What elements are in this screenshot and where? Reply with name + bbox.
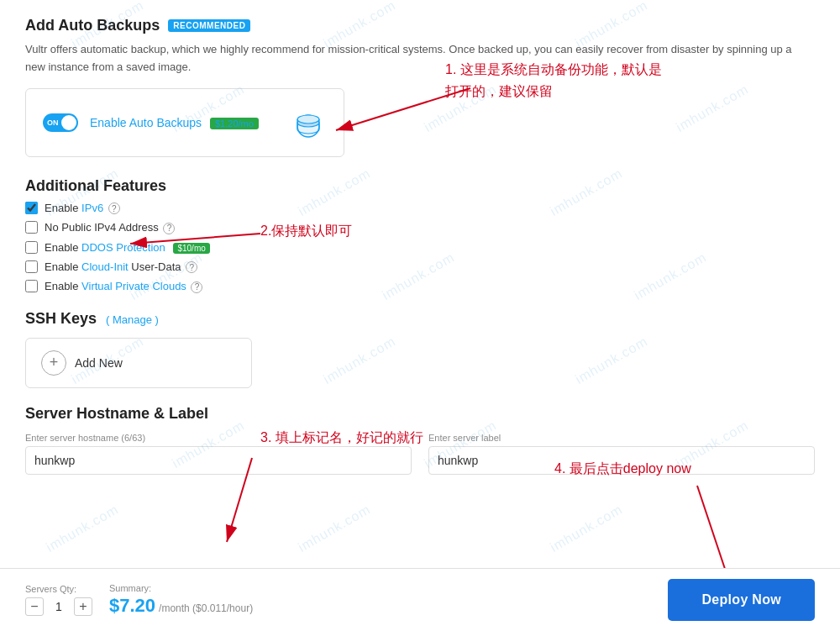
ipv6-checkbox[interactable] [25, 202, 38, 214]
add-ssh-icon: + [41, 350, 66, 376]
backups-description: Vultr offers automatic backup, which we … [25, 41, 815, 76]
hostname-fields-container: Enter server hostname (6/63) Enter serve… [25, 433, 815, 475]
checkbox-row-no-ipv4: No Public IPv4 Address ? [25, 221, 815, 234]
ssh-keys-section: SSH Keys ( Manage ) + Add New [25, 310, 815, 388]
checkbox-row-cloud-init: Enable Cloud-Init User-Data ? [25, 260, 815, 274]
backup-label: Enable Auto Backups $1.20/mo [90, 116, 259, 129]
summary-section: Summary: $7.20/month ($0.011/hour) [109, 583, 253, 617]
qty-value: 1 [50, 600, 67, 613]
ipv6-label: Enable IPv6 ? [45, 202, 120, 215]
server-hostname-title: Server Hostname & Label [25, 405, 815, 423]
label-field-label: Enter server label [428, 433, 815, 443]
server-hostname-section: Server Hostname & Label Enter server hos… [25, 405, 815, 475]
add-new-ssh-label: Add New [75, 356, 123, 370]
checkbox-row-vpc: Enable Virtual Private Clouds ? [25, 280, 815, 293]
checkbox-row-ipv6: Enable IPv6 ? [25, 202, 815, 215]
servers-qty-section: Servers Qty: − 1 + [25, 584, 92, 616]
vpc-help-icon[interactable]: ? [191, 281, 202, 293]
ddos-checkbox[interactable] [25, 241, 38, 254]
add-new-ssh-box[interactable]: + Add New [25, 338, 252, 388]
bottom-bar: Servers Qty: − 1 + Summary: $7.20/month … [0, 568, 840, 631]
cloud-init-help-icon[interactable]: ? [186, 261, 197, 273]
backup-icon [290, 104, 327, 141]
backup-price-badge: $1.20/mo [210, 118, 259, 129]
backups-title: Add Auto Backups [25, 17, 160, 34]
ipv6-help-icon[interactable]: ? [108, 202, 120, 214]
qty-controls: − 1 + [25, 597, 92, 616]
cloud-init-label: Enable Cloud-Init User-Data ? [45, 260, 197, 274]
hostname-field-label: Enter server hostname (6/63) [25, 433, 412, 443]
backup-toggle[interactable]: ON [43, 113, 78, 132]
deploy-now-button[interactable]: Deploy Now [668, 579, 815, 621]
summary-price: $7.20/month ($0.011/hour) [109, 595, 253, 617]
ssh-keys-title: SSH Keys ( Manage ) [25, 310, 815, 328]
vpc-label: Enable Virtual Private Clouds ? [45, 280, 202, 293]
ddos-label: Enable DDOS Protection $10/mo [45, 241, 210, 254]
price-value: $7.20 [109, 595, 155, 616]
cloud-init-checkbox[interactable] [25, 260, 38, 273]
summary-label: Summary: [109, 583, 253, 593]
checkbox-row-ddos: Enable DDOS Protection $10/mo [25, 241, 815, 254]
manage-link[interactable]: ( Manage ) [106, 313, 159, 326]
servers-qty-label: Servers Qty: [25, 584, 92, 594]
no-ipv4-help-icon[interactable]: ? [163, 223, 175, 234]
svg-point-7 [297, 115, 319, 124]
no-ipv4-checkbox[interactable] [25, 221, 38, 234]
additional-features-section: Additional Features Enable IPv6 ? No Pub… [25, 177, 815, 293]
qty-increase-button[interactable]: + [74, 597, 92, 616]
no-ipv4-label: No Public IPv4 Address ? [45, 221, 175, 234]
toggle-circle [61, 115, 76, 130]
toggle-on-label: ON [47, 118, 59, 127]
server-label-input[interactable] [428, 446, 815, 475]
additional-features-title: Additional Features [25, 177, 815, 195]
hostname-field-group: Enter server hostname (6/63) [25, 433, 412, 475]
ddos-price-badge: $10/mo [173, 243, 209, 254]
section-title-backups: Add Auto Backups RECOMMENDED [25, 17, 815, 34]
qty-decrease-button[interactable]: − [25, 597, 44, 616]
vpc-checkbox[interactable] [25, 280, 38, 292]
hostname-input[interactable] [25, 446, 412, 475]
recommended-badge: RECOMMENDED [168, 19, 250, 32]
backup-card: ON Enable Auto Backups $1.20/mo [25, 88, 344, 157]
price-sub: /month ($0.011/hour) [159, 602, 253, 614]
label-field-group: Enter server label [428, 433, 815, 475]
